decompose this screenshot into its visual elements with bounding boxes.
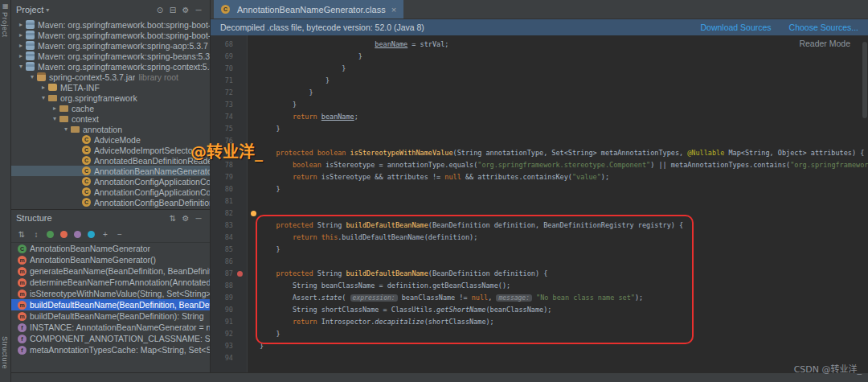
code-line[interactable]: 86 — [211, 256, 868, 268]
project-tree-item[interactable]: CAnnotationConfigApplicationConte — [11, 176, 210, 187]
project-tree-item[interactable]: ▾annotation — [11, 124, 210, 134]
structure-item[interactable]: mgenerateBeanName(BeanDefinition, BeanDe… — [11, 265, 210, 277]
structure-tool-tab[interactable]: Structure — [1, 336, 9, 369]
chevron-right-icon[interactable]: ▸ — [39, 84, 48, 91]
code-line[interactable]: 90 String shortClassName = ClassUtils.ge… — [211, 304, 868, 316]
gutter-cell[interactable]: 79 — [211, 171, 248, 183]
gutter-cell[interactable]: 74 — [211, 111, 248, 123]
reader-mode-toggle[interactable]: Reader Mode — [799, 39, 850, 48]
code-line[interactable]: 78 boolean isStereotype = annotationType… — [211, 159, 868, 171]
code-line[interactable]: 76 — [211, 135, 868, 147]
code-line[interactable]: 88 String beanClassName = definition.get… — [211, 280, 868, 292]
structure-item[interactable]: fCOMPONENT_ANNOTATION_CLASSNAME: String — [11, 333, 210, 344]
code-editor[interactable]: Reader Mode 68 beanName = strVal;69 }70 … — [211, 35, 868, 372]
sort-alphabetically-icon[interactable]: ↕ — [30, 228, 43, 240]
chevron-down-icon[interactable]: ▾ — [27, 73, 37, 80]
structure-item[interactable]: mbuildDefaultBeanName(BeanDefinition): S… — [11, 310, 210, 322]
project-tree-item[interactable]: ▸cache — [11, 103, 210, 113]
collapse-all-icon[interactable]: − — [113, 228, 126, 240]
structure-item[interactable]: mbuildDefaultBeanName(BeanDefinition, Be… — [11, 299, 210, 310]
project-tree-item[interactable]: CAnnotationConfigBeanDefinitionPa — [11, 197, 210, 207]
code-line[interactable]: 77 protected boolean isStereotypeWithNam… — [211, 147, 868, 159]
gutter-cell[interactable]: 90 — [211, 304, 248, 316]
code-line[interactable]: 70 } — [211, 63, 868, 75]
project-tree-item[interactable]: ▸Maven: org.springframework:spring-beans… — [11, 51, 210, 61]
project-tree-item[interactable]: CAnnotatedBeanDefinitionReader — [11, 155, 210, 166]
chevron-down-icon[interactable]: ▾ — [39, 94, 48, 101]
hide-panel-icon[interactable]: ─ — [192, 212, 205, 224]
gutter-cell[interactable]: 94 — [211, 352, 248, 364]
chevron-right-icon[interactable]: ▸ — [16, 42, 26, 49]
code-line[interactable]: 74 return beanName; — [211, 111, 868, 123]
gutter-cell[interactable]: 81 — [211, 195, 248, 207]
structure-item[interactable]: fINSTANCE: AnnotationBeanNameGenerator =… — [11, 322, 210, 333]
collapse-all-icon[interactable]: ⊟ — [166, 3, 179, 16]
project-tree-item[interactable]: ▾Maven: org.springframework:spring-conte… — [11, 61, 210, 72]
gutter-cell[interactable]: 87 — [211, 268, 248, 280]
project-tree-item[interactable]: ▸META-INF — [11, 82, 210, 92]
gutter-cell[interactable]: 83 — [211, 220, 248, 232]
code-line[interactable]: 69 } — [211, 51, 868, 63]
structure-item[interactable]: CAnnotationBeanNameGenerator — [11, 243, 210, 254]
gutter-cell[interactable]: 69 — [211, 51, 248, 63]
expand-all-icon[interactable]: + — [99, 228, 112, 240]
sort-by-visibility-icon[interactable]: ⇅ — [15, 228, 28, 240]
code-line[interactable]: 73 } — [211, 99, 868, 111]
gutter-cell[interactable]: 73 — [211, 99, 248, 111]
show-lambdas-icon[interactable] — [88, 231, 95, 238]
gutter-cell[interactable]: 88 — [211, 280, 248, 292]
project-tree-item[interactable]: ▸Maven: org.springframework.boot:spring-… — [11, 30, 210, 40]
chevron-right-icon[interactable]: ▸ — [16, 21, 26, 28]
code-line[interactable]: 81 — [211, 195, 868, 207]
chevron-down-icon[interactable]: ▾ — [46, 6, 49, 14]
code-line[interactable]: 84 return this.buildDefaultBeanName(defi… — [211, 232, 868, 244]
gutter-cell[interactable]: 75 — [211, 123, 248, 135]
code-line[interactable]: 85 } — [211, 244, 868, 256]
choose-sources-link[interactable]: Choose Sources... — [789, 23, 858, 32]
show-methods-icon[interactable] — [60, 231, 68, 238]
code-line[interactable]: 83 protected String buildDefaultBeanName… — [211, 220, 868, 232]
gutter-cell[interactable]: 82 — [211, 207, 248, 220]
editor-tab-annotationbeannamegenerator[interactable]: C AnnotationBeanNameGenerator.class × — [214, 0, 403, 18]
gutter-cell[interactable]: 93 — [211, 340, 248, 352]
project-tree-item[interactable]: CAnnotationConfigApplicationConte — [11, 187, 210, 197]
gutter-cell[interactable]: 91 — [211, 316, 248, 328]
code-line[interactable]: 91 return Introspector.decapitalize(shor… — [211, 316, 868, 328]
project-tree-item[interactable]: CAnnotationBeanNameGenerator — [11, 166, 210, 176]
project-tree-item[interactable]: CAdviceModeImportSelector — [11, 145, 210, 155]
show-classes-icon[interactable] — [47, 231, 54, 238]
gutter-cell[interactable]: 84 — [211, 232, 248, 244]
code-line[interactable]: 82 — [211, 207, 868, 220]
project-tree-item[interactable]: ▾spring-context-5.3.7.jar library root — [11, 72, 210, 82]
settings-gear-icon[interactable]: ⚙ — [179, 3, 192, 16]
code-line[interactable]: 87 protected String buildDefaultBeanName… — [211, 268, 868, 280]
gutter-cell[interactable]: 89 — [211, 292, 248, 304]
gutter-cell[interactable]: 72 — [211, 87, 248, 99]
project-tree-item[interactable]: ▸Maven: org.springframework:spring-aop:5… — [11, 40, 210, 51]
chevron-right-icon[interactable]: ▸ — [16, 31, 26, 39]
code-line[interactable]: 89 Assert.state( expression: beanClassNa… — [211, 292, 868, 304]
chevron-down-icon[interactable]: ▾ — [50, 115, 59, 122]
settings-gear-icon[interactable]: ⚙ — [179, 212, 192, 224]
code-line[interactable]: 94 — [211, 352, 868, 364]
chevron-down-icon[interactable]: ▾ — [61, 125, 71, 133]
gutter-cell[interactable]: 92 — [211, 328, 248, 340]
gutter-cell[interactable]: 86 — [211, 256, 248, 268]
gutter-cell[interactable]: 85 — [211, 244, 248, 256]
code-line[interactable]: 80 } — [211, 183, 868, 195]
chevron-right-icon[interactable]: ▸ — [50, 105, 59, 112]
gutter-cell[interactable]: 71 — [211, 75, 248, 87]
project-tool-tab[interactable]: Project — [1, 12, 9, 38]
editor-scrollbar[interactable] — [862, 42, 867, 118]
chevron-down-icon[interactable]: ▾ — [16, 63, 26, 70]
project-tree-item[interactable]: ▾context — [11, 113, 210, 124]
gutter-cell[interactable]: 80 — [211, 183, 248, 195]
code-line[interactable]: 71 } — [211, 75, 868, 87]
project-tree-item[interactable]: ▸Maven: org.springframework.boot:spring-… — [11, 19, 210, 30]
show-fields-icon[interactable] — [74, 231, 81, 238]
locate-file-icon[interactable]: ⊙ — [154, 3, 166, 16]
structure-item[interactable]: misStereotypeWithNameValue(String, Set<S… — [11, 288, 210, 299]
structure-item[interactable]: mdetermineBeanNameFromAnnotation(Annotat… — [11, 277, 210, 288]
close-tab-icon[interactable]: × — [391, 5, 396, 14]
download-sources-link[interactable]: Download Sources — [700, 23, 771, 32]
